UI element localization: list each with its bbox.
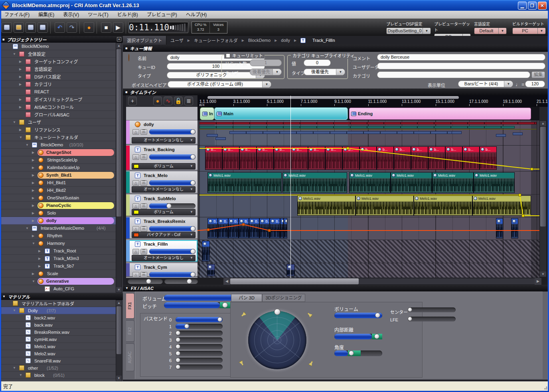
track-lane-Track_SubMelo[interactable]: Melo1.wavMelo1.wavMelo1.wavMelo1.wav [197, 195, 539, 217]
chevron-down-icon[interactable]: ▼ [190, 209, 193, 215]
redo-button[interactable]: ↷ [67, 22, 77, 33]
audio-clip[interactable]: Melo1.wav [349, 172, 391, 193]
chevron-down-icon[interactable]: ▼ [498, 28, 506, 34]
slider-knob[interactable] [349, 351, 354, 356]
slider-knob[interactable] [190, 154, 196, 160]
track-header-dolly[interactable]: dolly△mオートメーションなし▼ [126, 120, 197, 145]
scroll-up-icon[interactable]: ▲ [116, 300, 122, 305]
automation-dropdown[interactable]: ボリューム▼ [132, 209, 196, 215]
aisac-view-button[interactable]: △ [132, 226, 139, 232]
automation-dropdown[interactable]: オートメーションなし▼ [132, 186, 196, 193]
slider-knob[interactable] [222, 302, 228, 308]
project-tree-item[interactable]: ▶Scale [1, 270, 116, 278]
collapse-icon[interactable]: ▼ [125, 286, 128, 290]
breadcrumb-part[interactable]: BlockDemo [248, 38, 271, 43]
voice-behavior-dropdown[interactable]: ボイス停止 (ボリューム 0時)▼ [168, 81, 271, 88]
bus-send-slider-1[interactable] [176, 324, 223, 329]
chevron-down-icon[interactable]: ▼ [336, 69, 345, 75]
project-tree-scrollbar[interactable]: ▲ ▼ [116, 43, 122, 293]
tempo-input[interactable]: 120 [525, 81, 545, 87]
track-header-Track_Backing[interactable]: TTrack_Backing△mボリューム▼ [126, 146, 197, 171]
tree-expanded-icon[interactable]: ▼ [19, 136, 22, 139]
tree-collapsed-icon[interactable]: ▶ [19, 83, 22, 86]
tree-expanded-icon[interactable]: ▼ [32, 242, 35, 245]
breadcrumb-part[interactable]: ユーザ [170, 37, 184, 43]
audio-clip[interactable]: b... [411, 146, 428, 170]
undo-button[interactable]: ↶ [55, 22, 65, 33]
audio-clip[interactable]: b... [359, 146, 377, 170]
close-button[interactable]: ✕ [538, 2, 547, 10]
minimize-button[interactable]: ▁ [518, 2, 527, 10]
resize-grip[interactable] [543, 385, 547, 390]
slider-knob[interactable] [176, 337, 180, 342]
tree-expanded-icon[interactable]: ▼ [13, 52, 16, 56]
pan-position-knob[interactable] [274, 309, 280, 315]
tree-collapsed-icon[interactable]: ▶ [19, 75, 22, 79]
project-tree-item[interactable]: ▼Harmony [1, 240, 116, 247]
material-item[interactable]: ∿Melo1.wav [1, 343, 116, 350]
mute-button[interactable]: m [140, 129, 147, 135]
slider-knob[interactable] [166, 203, 172, 209]
playhead[interactable] [290, 96, 291, 278]
audio-clip[interactable]: B... [270, 218, 280, 238]
track-lane-Track_FillIn[interactable] [197, 240, 539, 263]
material-item[interactable]: ∿Melo2.wav [1, 350, 116, 357]
audio-clip[interactable] [280, 218, 284, 238]
priority-value-input[interactable]: 0 [304, 59, 331, 66]
project-tree-item[interactable]: ▶TTrack_Root [1, 247, 116, 255]
slider-knob[interactable] [176, 344, 180, 349]
material-item[interactable]: ▼Dolly(7/7) [1, 307, 116, 314]
audio-clip[interactable]: b... [205, 146, 222, 170]
track-volume-slider[interactable] [149, 272, 196, 277]
open-project-button[interactable] [14, 22, 24, 33]
project-tree-item[interactable]: ▼BlockDemo(10/10) [1, 141, 116, 149]
automation-button[interactable]: ∿ [164, 97, 172, 105]
menu-item[interactable]: 表示(V) [59, 11, 83, 18]
block-main[interactable]: Main [215, 108, 348, 120]
timeline-zoom-slider-h[interactable] [128, 279, 163, 284]
chevron-down-icon[interactable]: ▼ [190, 163, 193, 169]
mute-button[interactable]: m [140, 226, 147, 232]
ruler-mini-scrollbar[interactable] [207, 96, 459, 99]
audio-clip[interactable]: Melo1.wav [474, 172, 515, 193]
slider-knob[interactable] [190, 226, 196, 231]
audio-clip[interactable]: b... [480, 146, 497, 170]
project-tree-item[interactable]: ▶ボイスリミットグループ [1, 96, 116, 103]
tree-collapsed-icon[interactable]: ▶ [38, 264, 41, 268]
chevron-down-icon[interactable]: ▼ [504, 81, 513, 87]
audio-clip[interactable]: b... [239, 146, 257, 170]
breadcrumb-part[interactable]: dolly [281, 38, 290, 43]
bus-send-slider-5[interactable] [176, 351, 223, 356]
tree-collapsed-icon[interactable]: ▶ [32, 166, 34, 169]
tree-collapsed-icon[interactable]: ▶ [19, 98, 22, 101]
slider-knob[interactable] [190, 249, 196, 254]
slider-knob[interactable] [176, 358, 180, 362]
add-track-button[interactable]: + [128, 97, 137, 105]
mute-button[interactable]: m [140, 272, 147, 278]
audio-clip[interactable]: b... [308, 146, 325, 170]
tree-collapsed-icon[interactable]: ▶ [32, 151, 34, 154]
slider-knob[interactable] [408, 317, 412, 321]
preview-setting-dropdown[interactable]: Default▼ [474, 28, 507, 34]
menu-item[interactable]: ツール(T) [83, 11, 113, 18]
track-header-Track_FillIn[interactable]: TTrack_FillIn△mオートメーションなし▼ [126, 240, 197, 262]
slider-knob[interactable] [375, 313, 380, 318]
block-in[interactable]: In [200, 108, 214, 120]
tree-expanded-icon[interactable]: ▼ [13, 366, 16, 370]
bus-send-slider-7[interactable] [176, 364, 223, 370]
track-volume-slider[interactable] [149, 203, 196, 209]
tree-collapsed-icon[interactable]: ▶ [19, 60, 22, 63]
audio-clip[interactable]: B... [207, 218, 218, 238]
menu-item[interactable]: ヘルプ(H) [182, 11, 211, 18]
chevron-down-icon[interactable]: ▼ [190, 255, 193, 261]
menu-item[interactable]: 編集(E) [34, 11, 59, 18]
tree-collapsed-icon[interactable]: ▶ [32, 158, 34, 162]
track-list-button[interactable]: ≣ [184, 97, 193, 105]
project-tree-item[interactable]: ▶KalimbaScaleUp [1, 164, 116, 171]
chevron-down-icon[interactable]: ▼ [423, 28, 431, 34]
bus-send-slider-0[interactable] [176, 317, 223, 322]
audio-clip[interactable]: Melo1.wav [207, 172, 282, 193]
audio-clip[interactable]: Melo2.wav [282, 172, 347, 193]
audio-clip[interactable]: B... [218, 218, 228, 238]
aisac-view-button[interactable]: △ [132, 180, 139, 186]
